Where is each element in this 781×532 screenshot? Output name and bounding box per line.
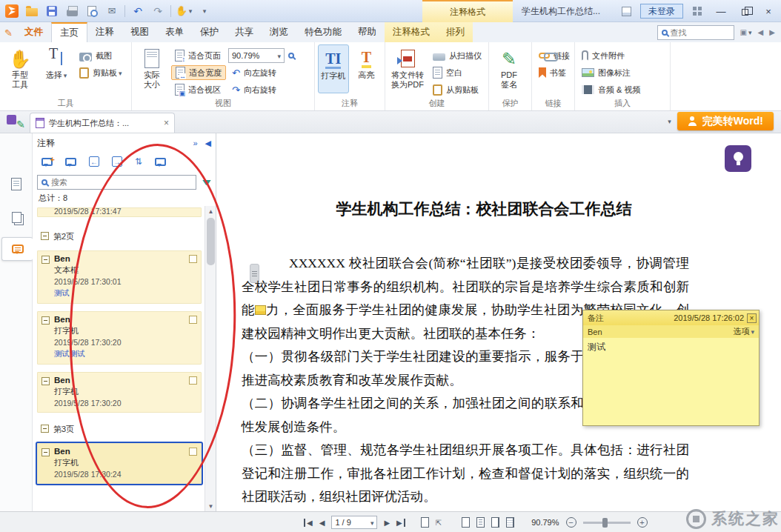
note-annotation-icon[interactable] <box>255 305 266 315</box>
panel-menu-icon[interactable]: » <box>193 139 197 148</box>
tab-comment-format[interactable]: 注释格式 <box>385 22 438 42</box>
comments-section-page2[interactable]: 第2页 <box>37 229 202 245</box>
pdf-sign-button[interactable]: PDF 签名 <box>492 44 526 93</box>
scrollbar-thumb[interactable] <box>207 218 215 265</box>
tab-share[interactable]: 共享 <box>227 22 262 42</box>
snapshot-button[interactable]: 截图 <box>76 48 126 63</box>
zoom-combo[interactable]: 90.79% <box>228 48 285 63</box>
panel-collapse-icon[interactable]: ◀ <box>205 139 211 148</box>
quick-access-dropdown-icon[interactable] <box>196 4 211 19</box>
tab-file[interactable]: 文件 <box>16 22 51 42</box>
tab-form[interactable]: 表单 <box>157 22 192 42</box>
file-attachment-button[interactable]: 文件附件 <box>578 48 644 63</box>
edit-comment-icon[interactable] <box>65 158 76 166</box>
fit-visible-button[interactable]: ▣ 适合视区 <box>171 82 226 97</box>
collapse-icon[interactable] <box>41 448 50 456</box>
find-input[interactable] <box>671 28 722 37</box>
continuous-view-icon[interactable] <box>476 517 485 528</box>
comment-checkbox[interactable] <box>189 255 197 263</box>
comment-entry[interactable]: Ben 打字机 2019/5/28 17:30:20 测试测试 <box>37 311 202 365</box>
collapse-icon[interactable] <box>41 425 49 433</box>
fit-width-button[interactable]: ↔ 适合宽度 <box>171 65 226 80</box>
quick-annotation-icon[interactable] <box>6 113 25 130</box>
ribbon-prev-icon[interactable]: ◀ <box>758 28 764 36</box>
skin-icon[interactable] <box>617 4 636 19</box>
statusbar-zoom-value[interactable]: 90.79% <box>531 518 559 527</box>
link-button[interactable]: 链接 <box>535 48 574 63</box>
comment-entry[interactable]: Ben 打字机 2019/5/28 17:30:20 <box>37 372 202 413</box>
select-tool-button[interactable]: 选择 <box>39 44 73 93</box>
facing-continuous-view-icon[interactable] <box>506 517 514 528</box>
comments-section-page3[interactable]: 第3页 <box>37 422 202 437</box>
assistant-lightbulb-button[interactable] <box>725 145 751 172</box>
facing-view-icon[interactable] <box>491 517 499 528</box>
tab-close-icon[interactable]: × <box>164 118 169 128</box>
comment-reply[interactable]: 测试测试 <box>54 349 196 359</box>
save-icon[interactable] <box>44 4 59 19</box>
tab-help[interactable]: 帮助 <box>350 22 385 42</box>
comment-entry-selected[interactable]: Ben 打字机 2019/5/28 17:30:24 <box>37 443 202 484</box>
undo-icon[interactable] <box>130 4 145 19</box>
tab-browse[interactable]: 浏览 <box>262 22 296 42</box>
scroll-down-icon[interactable]: ▼ <box>205 501 216 511</box>
pan-view-icon[interactable]: ⇱ <box>436 519 442 527</box>
typewriter-button[interactable]: TI 打字机 <box>318 44 349 93</box>
convert-to-pdf-button[interactable]: 将文件转 换为PDF <box>388 44 427 93</box>
hand-tool-button[interactable]: 手型 工具 <box>3 44 37 93</box>
collapse-icon[interactable] <box>41 316 50 325</box>
filter-funnel-icon[interactable] <box>202 180 211 185</box>
prev-page-icon[interactable]: ◀ <box>319 519 325 527</box>
audio-video-button[interactable]: 音频 & 视频 <box>578 82 644 97</box>
email-icon[interactable] <box>104 4 119 19</box>
note-body-text[interactable]: 测试 <box>583 338 759 425</box>
note-options-button[interactable]: 选项 <box>733 326 754 337</box>
comment-entry[interactable]: Ben 文本框 2019/5/28 17:30:01 测试 <box>37 250 202 304</box>
ribbon-layout-options-icon[interactable]: ▣ <box>740 28 752 36</box>
comment-checkbox[interactable] <box>189 376 197 385</box>
collapse-icon[interactable] <box>41 256 50 264</box>
strip-button-thumbnails[interactable] <box>4 172 28 196</box>
tab-protect[interactable]: 保护 <box>192 22 227 42</box>
sticky-note-popup[interactable]: 备注 2019/5/28 17:26:02 × Ben 选项 测试 <box>582 310 760 426</box>
comment-checkbox[interactable] <box>189 448 197 456</box>
tab-comment[interactable]: 注释 <box>87 22 122 42</box>
collapse-icon[interactable] <box>41 232 49 240</box>
redo-icon[interactable] <box>150 4 165 19</box>
comments-search-input[interactable] <box>51 178 192 187</box>
first-page-icon[interactable]: ◀ <box>304 519 313 527</box>
note-close-icon[interactable]: × <box>747 313 757 323</box>
document-area[interactable]: 学生机构工作总结：校社团联合会工作总结 XXXXXX 校社团联合会(简称“社团联… <box>216 133 781 511</box>
tab-home[interactable]: 主页 <box>51 22 87 42</box>
hand-tool-quick-icon[interactable] <box>176 4 191 19</box>
import-comments-icon[interactable]: ← <box>89 156 99 167</box>
clipboard-button[interactable]: 剪贴板 <box>76 65 126 80</box>
last-page-icon[interactable]: ▶ <box>396 519 405 527</box>
login-button[interactable]: 未登录 <box>640 4 683 19</box>
fit-page-button[interactable]: ↕ 适合页面 <box>171 48 226 63</box>
minimize-button[interactable]: — <box>711 4 731 19</box>
export-comments-icon[interactable]: → <box>112 156 122 167</box>
restore-button[interactable] <box>735 4 754 19</box>
next-page-icon[interactable]: ▶ <box>384 519 390 527</box>
comment-entry-clipped[interactable]: 2019/5/28 17:31:47 <box>37 207 202 217</box>
comment-reply[interactable]: 测试 <box>54 288 196 299</box>
app-logo-icon[interactable] <box>4 4 19 19</box>
close-button[interactable]: × <box>759 4 778 19</box>
image-annotation-button[interactable]: 图像标注 <box>578 65 644 80</box>
find-box[interactable] <box>657 25 734 40</box>
convert-to-word-button[interactable]: 完美转Word! <box>677 112 774 130</box>
document-tab[interactable]: 学生机构工作总结：... × <box>30 113 175 133</box>
from-scanner-button[interactable]: 从扫描仪 <box>429 48 485 63</box>
zoom-slider[interactable] <box>583 522 631 524</box>
rotate-right-button[interactable]: 向右旋转 <box>228 82 294 97</box>
rotate-left-button[interactable]: 向左旋转 <box>228 65 294 80</box>
apps-grid-icon[interactable] <box>688 4 707 19</box>
highlight-button[interactable]: T 高亮 <box>351 44 382 93</box>
comment-checkbox[interactable] <box>189 316 197 324</box>
show-all-comments-icon[interactable] <box>155 158 166 166</box>
page-number-box[interactable]: 1 / 9 <box>331 516 377 529</box>
strip-button-comments[interactable] <box>1 237 33 261</box>
zoom-out-icon[interactable]: − <box>566 517 576 528</box>
zoom-slider-thumb[interactable] <box>602 518 608 528</box>
contextual-tab-header[interactable]: 注释格式 <box>422 0 513 22</box>
